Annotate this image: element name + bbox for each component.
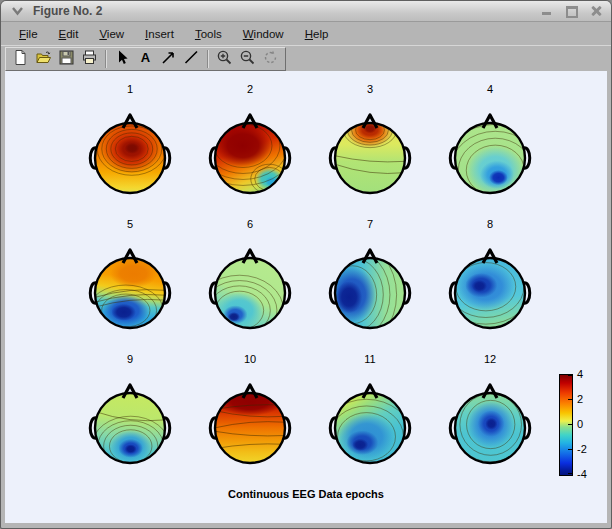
svg-text:A: A xyxy=(141,50,151,65)
topoplot-epoch-12: 12 xyxy=(430,352,550,487)
colorbar-tick-label: 0 xyxy=(577,418,601,430)
colorbar-tick-mark xyxy=(568,449,572,450)
epoch-number: 1 xyxy=(127,82,133,96)
topoplot-svg xyxy=(438,366,542,470)
topoplot-svg xyxy=(78,96,182,200)
epoch-number: 9 xyxy=(127,352,133,366)
topoplot-epoch-4: 4 xyxy=(430,82,550,217)
arrow-icon xyxy=(160,49,177,70)
topoplot-svg xyxy=(198,96,302,200)
line-icon xyxy=(183,49,200,70)
close-icon xyxy=(590,5,602,17)
minimize-button[interactable] xyxy=(541,5,555,17)
toolbar-rotate3d-button xyxy=(259,49,282,69)
window-menu-button[interactable] xyxy=(9,4,25,18)
colorbar-tick-mark xyxy=(568,375,572,376)
save-icon xyxy=(58,49,75,70)
topoplot-epoch-9: 9 xyxy=(70,352,190,487)
figure-caption: Continuous EEG Data epochs xyxy=(5,488,607,500)
topoplot-epoch-11: 11 xyxy=(310,352,430,487)
menu-tools[interactable]: Tools xyxy=(189,25,228,43)
title-bar[interactable]: Figure No. 2 xyxy=(1,1,611,22)
menu-view[interactable]: View xyxy=(93,25,130,43)
toolbar-separator xyxy=(207,50,209,68)
topoplot-grid: 123456789101112 xyxy=(70,82,550,487)
epoch-number: 4 xyxy=(487,82,493,96)
zoom-in-icon xyxy=(216,49,233,70)
epoch-number: 12 xyxy=(484,352,496,366)
topoplot-epoch-2: 2 xyxy=(190,82,310,217)
topoplot-svg xyxy=(78,231,182,335)
toolbar-pointer-button[interactable] xyxy=(111,49,134,69)
topoplot-svg xyxy=(318,366,422,470)
topoplot-svg xyxy=(198,231,302,335)
epoch-number: 11 xyxy=(364,352,375,366)
figure-canvas: 123456789101112 420-2-4 Continuous EEG D… xyxy=(5,71,607,523)
colorbar-tick-mark xyxy=(568,424,572,425)
menu-edit[interactable]: Edit xyxy=(53,25,85,43)
minimize-icon xyxy=(542,12,551,15)
colorbar-tick-label: 2 xyxy=(577,393,601,405)
maximize-icon xyxy=(566,6,578,18)
chevron-down-icon xyxy=(11,6,24,16)
topoplot-epoch-5: 5 xyxy=(70,217,190,352)
epoch-number: 8 xyxy=(487,217,493,231)
topoplot-svg xyxy=(438,96,542,200)
zoom-out-icon xyxy=(239,49,256,70)
topoplot-epoch-3: 3 xyxy=(310,82,430,217)
menu-bar: FileEditViewInsertToolsWindowHelp xyxy=(1,22,611,45)
toolbar-text-button[interactable]: A xyxy=(134,49,157,69)
toolbar-zoom-in-button[interactable] xyxy=(213,49,236,69)
topoplot-epoch-6: 6 xyxy=(190,217,310,352)
colorbar-tick-mark xyxy=(568,473,572,474)
print-icon xyxy=(81,49,98,70)
toolbar: A xyxy=(5,47,286,71)
toolbar-line-button[interactable] xyxy=(180,49,203,69)
open-icon xyxy=(35,49,52,70)
toolbar-separator xyxy=(105,50,107,68)
text-icon: A xyxy=(137,49,154,70)
toolbar-open-button[interactable] xyxy=(32,49,55,69)
epoch-number: 3 xyxy=(367,82,373,96)
toolbar-row: A xyxy=(1,45,611,72)
toolbar-new-button[interactable] xyxy=(9,49,32,69)
topoplot-epoch-8: 8 xyxy=(430,217,550,352)
menu-window[interactable]: Window xyxy=(237,25,290,43)
toolbar-print-button[interactable] xyxy=(78,49,101,69)
close-button[interactable] xyxy=(589,5,603,17)
pointer-icon xyxy=(114,49,131,70)
new-icon xyxy=(12,49,29,70)
colorbar xyxy=(559,374,573,476)
epoch-number: 6 xyxy=(247,217,253,231)
epoch-number: 5 xyxy=(127,217,133,231)
topoplot-svg xyxy=(78,366,182,470)
epoch-number: 2 xyxy=(247,82,253,96)
epoch-number: 10 xyxy=(244,352,256,366)
topoplot-svg xyxy=(318,231,422,335)
topoplot-svg xyxy=(318,96,422,200)
colorbar-tick-label: -4 xyxy=(577,468,601,480)
colorbar-tick-mark xyxy=(568,399,572,400)
topoplot-epoch-1: 1 xyxy=(70,82,190,217)
topoplot-epoch-10: 10 xyxy=(190,352,310,487)
topoplot-svg xyxy=(438,231,542,335)
topoplot-svg xyxy=(198,366,302,470)
colorbar-tick-label: 4 xyxy=(577,368,601,380)
window-title: Figure No. 2 xyxy=(33,4,541,18)
menu-help[interactable]: Help xyxy=(299,25,335,43)
toolbar-arrow-button[interactable] xyxy=(157,49,180,69)
topoplot-epoch-7: 7 xyxy=(310,217,430,352)
menu-file[interactable]: File xyxy=(13,25,44,43)
maximize-button[interactable] xyxy=(565,5,579,17)
figure-window: Figure No. 2 FileEditViewInsertToolsWind… xyxy=(0,0,612,529)
menu-insert[interactable]: Insert xyxy=(139,25,180,43)
toolbar-save-button[interactable] xyxy=(55,49,78,69)
colorbar-tick-label: -2 xyxy=(577,443,601,455)
toolbar-zoom-out-button[interactable] xyxy=(236,49,259,69)
epoch-number: 7 xyxy=(367,217,373,231)
rotate3d-icon xyxy=(262,49,279,70)
